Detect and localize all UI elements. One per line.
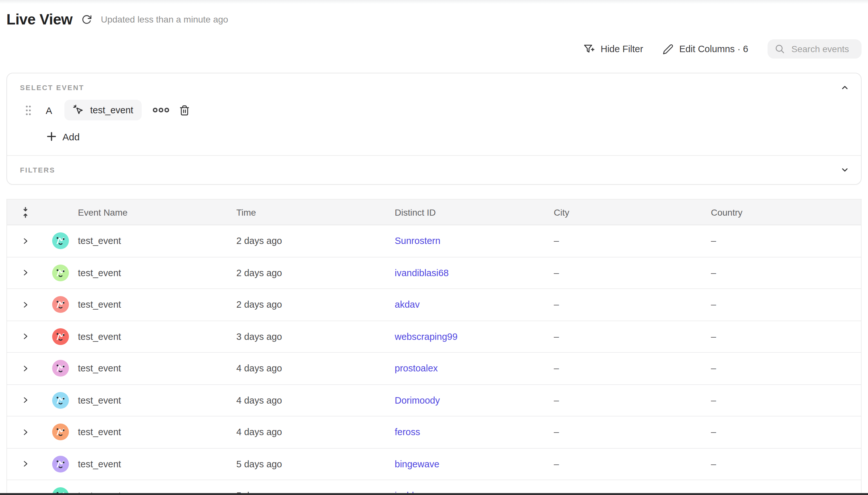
top-gradient xyxy=(0,0,868,4)
time-cell: 2 days ago xyxy=(236,300,395,310)
table-row[interactable]: test_event 4 days ago prostoalex – – xyxy=(7,353,861,385)
chevron-up-icon xyxy=(840,83,849,92)
selected-event-label: test_event xyxy=(90,105,133,115)
collapse-rows-icon xyxy=(20,206,30,218)
distinct-id-link[interactable]: prostoalex xyxy=(395,363,438,374)
table-row[interactable]: test_event 4 days ago Dorimoody – – xyxy=(7,385,861,416)
distinct-id-link[interactable]: akdav xyxy=(395,300,420,310)
country-cell: – xyxy=(711,300,861,310)
collapse-rows-button[interactable] xyxy=(20,206,30,218)
collapse-select-event-button[interactable] xyxy=(840,83,849,92)
country-cell: – xyxy=(711,236,861,246)
user-avatar xyxy=(52,233,69,250)
chevron-right-icon xyxy=(21,301,29,308)
country-cell: – xyxy=(711,331,861,342)
table-row[interactable]: test_event 2 days ago akdav – – xyxy=(7,289,861,321)
table-row[interactable]: test_event 4 days ago feross – – xyxy=(7,416,861,448)
add-event-button[interactable]: Add xyxy=(47,130,80,143)
filters-section[interactable]: FILTERS xyxy=(7,155,861,184)
distinct-id-link[interactable]: Sunrostern xyxy=(395,236,440,246)
column-header-country: Country xyxy=(711,207,861,217)
column-header-event-name: Event Name xyxy=(78,207,236,217)
user-avatar xyxy=(52,264,69,281)
user-avatar xyxy=(52,424,69,441)
expand-filters-button[interactable] xyxy=(840,166,849,174)
plus-icon xyxy=(47,132,56,141)
distinct-id-link[interactable]: bingewave xyxy=(395,459,440,469)
bottom-window-edge xyxy=(0,493,868,495)
table-row[interactable]: test_event 2 days ago ivandiblasi68 – – xyxy=(7,257,861,289)
time-cell: 3 days ago xyxy=(236,331,395,342)
query-builder-card: SELECT EVENT xyxy=(6,73,862,185)
column-header-time: Time xyxy=(236,207,395,217)
edit-columns-button[interactable]: Edit Columns · 6 xyxy=(663,44,748,54)
city-cell: – xyxy=(554,236,711,246)
edit-columns-label: Edit Columns · 6 xyxy=(679,44,748,54)
drag-handle-icon[interactable] xyxy=(25,105,32,116)
table-row[interactable]: test_event 3 days ago webscraping99 – – xyxy=(7,321,861,353)
city-cell: – xyxy=(554,268,711,278)
column-header-distinct-id: Distinct ID xyxy=(395,207,554,217)
expand-row-button[interactable] xyxy=(21,269,29,276)
column-header-city: City xyxy=(554,207,711,217)
distinct-id-link[interactable]: webscraping99 xyxy=(395,331,458,342)
event-name-cell: test_event xyxy=(78,331,236,342)
city-cell: – xyxy=(554,331,711,342)
user-avatar xyxy=(52,392,69,409)
updated-status-text: Updated less than a minute ago xyxy=(101,14,228,24)
user-avatar xyxy=(52,296,69,313)
chevron-right-icon xyxy=(21,238,29,244)
selected-event-button[interactable]: test_event xyxy=(64,100,142,120)
trash-icon xyxy=(179,105,190,116)
table-row[interactable]: test_event 2 days ago Sunrostern – – xyxy=(7,225,861,257)
expand-row-button[interactable] xyxy=(21,365,29,372)
event-letter: A xyxy=(46,105,52,116)
events-table: Event Name Time Distinct ID City Country xyxy=(6,199,862,495)
table-row[interactable]: test_event 5 days ago bingewave – – xyxy=(7,448,861,480)
event-name-cell: test_event xyxy=(78,427,236,438)
country-cell: – xyxy=(711,268,861,278)
distinct-id-link[interactable]: feross xyxy=(395,427,420,438)
table-header: Event Name Time Distinct ID City Country xyxy=(7,200,861,225)
expand-row-button[interactable] xyxy=(21,429,29,436)
expand-row-button[interactable] xyxy=(21,238,29,244)
chevron-down-icon xyxy=(840,166,849,174)
user-avatar xyxy=(52,456,69,473)
chevron-right-icon xyxy=(21,269,29,276)
country-cell: – xyxy=(711,427,861,438)
expand-row-button[interactable] xyxy=(21,397,29,404)
chevron-right-icon xyxy=(21,333,29,340)
expand-row-button[interactable] xyxy=(21,301,29,308)
city-cell: – xyxy=(554,363,711,374)
page-title: Live View xyxy=(6,11,72,28)
event-name-cell: test_event xyxy=(78,268,236,278)
time-cell: 4 days ago xyxy=(236,363,395,374)
country-cell: – xyxy=(711,459,861,469)
search-events-box[interactable] xyxy=(768,39,862,58)
more-options-button[interactable] xyxy=(153,107,169,113)
filters-label: FILTERS xyxy=(20,166,55,174)
cursor-click-icon xyxy=(73,104,84,116)
distinct-id-link[interactable]: Dorimoody xyxy=(395,395,440,406)
country-cell: – xyxy=(711,363,861,374)
select-event-section: SELECT EVENT xyxy=(7,73,861,155)
distinct-id-link[interactable]: ivandiblasi68 xyxy=(395,268,449,278)
time-cell: 4 days ago xyxy=(236,427,395,438)
city-cell: – xyxy=(554,300,711,310)
refresh-button[interactable] xyxy=(81,14,92,25)
expand-row-button[interactable] xyxy=(21,461,29,468)
pencil-icon xyxy=(663,44,674,54)
select-event-label: SELECT EVENT xyxy=(20,84,84,91)
expand-row-button[interactable] xyxy=(21,333,29,340)
search-input[interactable] xyxy=(790,43,854,55)
add-label: Add xyxy=(63,131,80,142)
chevron-right-icon xyxy=(21,365,29,372)
hide-filter-button[interactable]: Hide Filter xyxy=(582,43,643,55)
delete-event-button[interactable] xyxy=(179,105,190,116)
event-name-cell: test_event xyxy=(78,395,236,406)
chevron-right-icon xyxy=(21,461,29,468)
refresh-icon xyxy=(81,14,92,25)
page-header: Live View Updated less than a minute ago xyxy=(6,10,862,29)
toolbar: Hide Filter Edit Columns · 6 xyxy=(6,39,862,58)
filter-plus-icon xyxy=(582,43,595,55)
